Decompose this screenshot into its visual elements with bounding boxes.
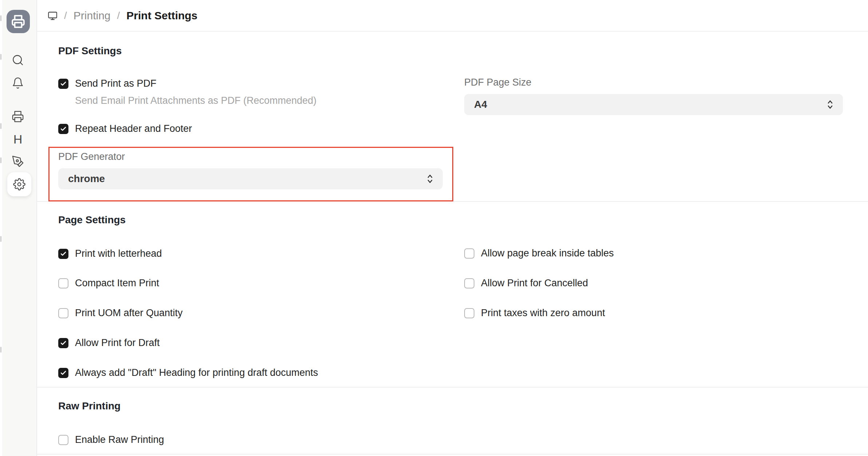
checkbox[interactable] (58, 368, 68, 378)
section-title-page-settings: Page Settings (58, 214, 126, 226)
checkbox[interactable] (464, 308, 474, 318)
checkbox-label: Enable Raw Printing (75, 434, 164, 445)
checkbox-row-print-uom-after-quantity[interactable]: Print UOM after Quantity (58, 307, 183, 319)
checkbox-row-repeat-header-footer[interactable]: Repeat Header and Footer (58, 123, 192, 134)
window-edge (0, 0, 2, 456)
checkbox-row-print-taxes-with-zero-amount[interactable]: Print taxes with zero amount (464, 307, 605, 319)
breadcrumb-link-printing[interactable]: Printing (74, 9, 111, 22)
checkbox-label: Allow Print for Draft (75, 337, 160, 349)
breadcrumb: / Printing / Print Settings (48, 0, 197, 31)
checkbox-row-print-with-letterhead[interactable]: Print with letterhead (58, 248, 162, 259)
checkbox-label: Print UOM after Quantity (75, 307, 183, 319)
field-label-pdf-generator: PDF Generator (58, 152, 125, 162)
section-title-pdf-settings: PDF Settings (58, 45, 122, 57)
checkbox-description: Send Email Print Attachments as PDF (Rec… (75, 95, 316, 106)
checkbox[interactable] (58, 435, 68, 445)
checkbox[interactable] (58, 308, 68, 318)
print-settings-page: H / Printing / Print Settings PDF Settin… (0, 0, 868, 456)
chevron-up-down-icon (825, 98, 835, 111)
checkbox[interactable] (58, 338, 68, 348)
field-label-pdf-page-size: PDF Page Size (464, 77, 532, 87)
checkbox-row-compact-item-print[interactable]: Compact Item Print (58, 278, 159, 289)
monitor-icon[interactable] (48, 11, 58, 21)
page-title: Print Settings (126, 9, 197, 22)
select-value: A4 (464, 99, 487, 110)
checkbox[interactable] (464, 278, 474, 288)
checkbox-label: Repeat Header and Footer (75, 123, 192, 134)
select-value: chrome (58, 173, 105, 185)
checkbox-label: Print with letterhead (75, 248, 162, 259)
pen-tool-icon[interactable] (11, 155, 24, 168)
checkbox[interactable] (58, 124, 68, 134)
settings-gear-icon[interactable] (7, 172, 31, 196)
notifications-bell-icon[interactable] (11, 76, 24, 90)
checkbox-label: Send Print as PDF (75, 78, 157, 89)
checkbox-row-enable-raw-printing[interactable]: Enable Raw Printing (58, 434, 164, 445)
checkbox[interactable] (58, 249, 68, 259)
printer-logo-icon (11, 15, 25, 28)
breadcrumb-separator: / (64, 10, 67, 21)
checkbox-label: Compact Item Print (75, 278, 159, 289)
checkbox-row-allow-page-break-inside-tables[interactable]: Allow page break inside tables (464, 248, 614, 259)
section-title-raw-printing: Raw Printing (58, 400, 121, 412)
chevron-up-down-icon (425, 173, 435, 185)
heading-h-icon[interactable]: H (11, 133, 24, 146)
section-divider (37, 454, 868, 455)
pdf-generator-select[interactable]: chrome (58, 168, 443, 189)
checkbox-label: Always add "Draft" Heading for printing … (75, 367, 318, 378)
checkbox-row-send-print-as-pdf[interactable]: Send Print as PDF (58, 78, 157, 89)
checkbox-label: Print taxes with zero amount (481, 307, 605, 319)
checkbox-row-always-add-draft-heading[interactable]: Always add "Draft" Heading for printing … (58, 367, 318, 378)
checkbox[interactable] (58, 278, 68, 288)
search-icon[interactable] (11, 54, 24, 67)
breadcrumb-separator: / (117, 10, 120, 21)
print-nav-icon[interactable] (11, 110, 24, 123)
checkbox-label: Allow Print for Cancelled (481, 278, 588, 289)
app-logo[interactable] (7, 10, 30, 33)
checkbox[interactable] (464, 248, 474, 259)
checkbox-label: Allow page break inside tables (481, 248, 614, 259)
section-divider (37, 201, 868, 202)
pdf-page-size-select[interactable]: A4 (464, 94, 843, 115)
checkbox-row-allow-print-for-cancelled[interactable]: Allow Print for Cancelled (464, 278, 588, 289)
checkbox-row-allow-print-for-draft[interactable]: Allow Print for Draft (58, 337, 160, 349)
section-divider (37, 387, 868, 388)
checkbox[interactable] (58, 79, 68, 89)
sidebar: H (0, 0, 37, 456)
